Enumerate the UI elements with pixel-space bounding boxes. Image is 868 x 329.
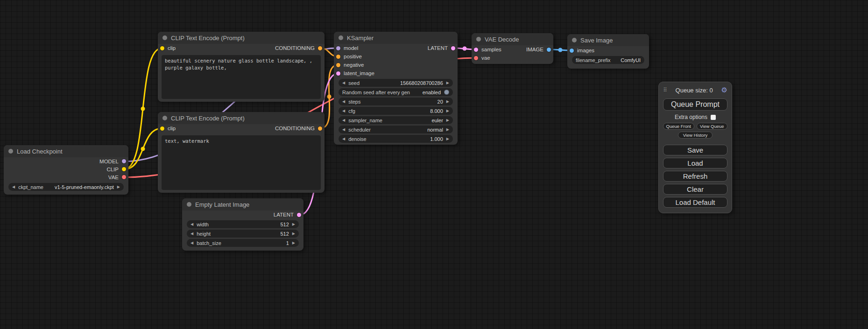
- decrement-icon[interactable]: ◀: [342, 109, 345, 113]
- collapse-dot-icon[interactable]: [572, 38, 577, 42]
- model-input-dot[interactable]: [336, 46, 340, 50]
- increment-icon[interactable]: ▶: [292, 223, 295, 226]
- widget-label: batch_size: [197, 240, 221, 246]
- widget-label: Random seed after every gen: [342, 90, 410, 95]
- clip-input-dot[interactable]: [160, 126, 164, 131]
- latent-output-dot[interactable]: [297, 213, 301, 217]
- filename-prefix-widget[interactable]: filename_prefix ComfyUI: [572, 56, 644, 64]
- decrement-icon[interactable]: ◀: [191, 241, 193, 245]
- latent-image-input-dot[interactable]: [336, 71, 340, 76]
- collapse-dot-icon[interactable]: [8, 149, 13, 154]
- queue-menu-panel: ⠿ Queue size: 0 ⚙ Queue Prompt Extra opt…: [658, 82, 732, 213]
- node-load-checkpoint[interactable]: Load Checkpoint MODEL CLIP VAE ◀ ckpt_na…: [4, 145, 128, 195]
- decrement-icon[interactable]: ◀: [342, 100, 345, 104]
- node-save-image[interactable]: Save Image images filename_prefix ComfyU…: [567, 34, 649, 69]
- empty-latent-title-bar[interactable]: Empty Latent Image: [182, 198, 303, 210]
- increment-icon[interactable]: ▶: [446, 109, 449, 113]
- node-vae-decode[interactable]: VAE Decode samples IMAGE vae: [472, 33, 553, 64]
- increment-icon[interactable]: ▶: [292, 232, 295, 236]
- extra-options-checkbox[interactable]: [711, 115, 716, 120]
- load-default-button[interactable]: Load Default: [663, 197, 727, 208]
- decrement-icon[interactable]: ◀: [191, 223, 193, 226]
- clip-output-dot[interactable]: [122, 167, 126, 171]
- node-title: CLIP Text Encode (Prompt): [171, 115, 245, 122]
- node-ksampler[interactable]: KSampler model LATENT positive negative …: [334, 32, 458, 145]
- image-output-dot[interactable]: [547, 48, 551, 52]
- increment-icon[interactable]: ▶: [446, 128, 449, 132]
- queue-prompt-button[interactable]: Queue Prompt: [663, 98, 727, 111]
- increment-icon[interactable]: ▶: [446, 119, 449, 122]
- node-graph-canvas[interactable]: Load Checkpoint MODEL CLIP VAE ◀ ckpt_na…: [0, 0, 868, 329]
- widget-value: 1: [225, 240, 289, 246]
- node-clip-text-encode-negative[interactable]: CLIP Text Encode (Prompt) clip CONDITION…: [158, 112, 325, 193]
- widget-label: steps: [348, 99, 360, 105]
- height-widget[interactable]: ◀ height 512 ▶: [187, 230, 299, 238]
- cfg-widget[interactable]: ◀ cfg 8.000 ▶: [339, 107, 453, 115]
- clip-input-dot[interactable]: [160, 46, 164, 50]
- latent-output-dot[interactable]: [451, 46, 455, 50]
- load-button[interactable]: Load: [663, 158, 727, 168]
- node-title: VAE Decode: [485, 36, 519, 43]
- node-title: Save Image: [580, 37, 613, 44]
- widget-label: height: [197, 231, 211, 237]
- view-history-button[interactable]: View History: [678, 132, 713, 139]
- widget-label: denoise: [348, 136, 367, 142]
- vae-input-dot[interactable]: [474, 56, 478, 60]
- negative-prompt-textarea[interactable]: text, watermark: [162, 135, 321, 190]
- widget-value: euler: [386, 118, 443, 123]
- queue-front-button[interactable]: Queue Front: [663, 123, 694, 130]
- conditioning-output-dot[interactable]: [318, 126, 322, 131]
- ckpt-name-widget[interactable]: ◀ ckpt_name v1-5-pruned-emaonly.ckpt ▶: [8, 183, 124, 191]
- images-input-dot[interactable]: [570, 49, 574, 53]
- clear-button[interactable]: Clear: [663, 184, 727, 195]
- conditioning-output-dot[interactable]: [318, 46, 322, 50]
- clip-positive-title-bar[interactable]: CLIP Text Encode (Prompt): [158, 32, 325, 44]
- steps-widget[interactable]: ◀ steps 20 ▶: [339, 98, 453, 105]
- increment-icon[interactable]: ▶: [292, 241, 295, 245]
- random-seed-toggle-widget[interactable]: Random seed after every gen enabled: [339, 88, 453, 96]
- increment-icon[interactable]: ▶: [446, 81, 449, 85]
- decrement-icon[interactable]: ◀: [342, 119, 345, 122]
- clip-negative-title-bar[interactable]: CLIP Text Encode (Prompt): [158, 112, 325, 124]
- input-label-positive: positive: [344, 54, 362, 59]
- vae-decode-title-bar[interactable]: VAE Decode: [472, 33, 553, 45]
- samples-input-dot[interactable]: [474, 48, 478, 52]
- model-output-dot[interactable]: [122, 159, 126, 163]
- decrement-icon[interactable]: ◀: [342, 137, 345, 141]
- load-checkpoint-title-bar[interactable]: Load Checkpoint: [4, 145, 128, 157]
- queue-size-label: Queue size: 0: [676, 87, 713, 94]
- positive-input-dot[interactable]: [336, 55, 340, 59]
- collapse-dot-icon[interactable]: [162, 116, 167, 120]
- vae-output-dot[interactable]: [122, 175, 126, 179]
- node-empty-latent-image[interactable]: Empty Latent Image LATENT ◀ width 512 ▶ …: [182, 198, 303, 251]
- width-widget[interactable]: ◀ width 512 ▶: [187, 220, 299, 228]
- decrement-icon[interactable]: ◀: [342, 128, 345, 132]
- collapse-dot-icon[interactable]: [187, 202, 191, 207]
- menu-drag-handle-icon[interactable]: ⠿: [663, 87, 667, 93]
- collapse-dot-icon[interactable]: [162, 35, 167, 40]
- node-clip-text-encode-positive[interactable]: CLIP Text Encode (Prompt) clip CONDITION…: [158, 32, 325, 102]
- increment-icon[interactable]: ▶: [446, 137, 449, 141]
- denoise-widget[interactable]: ◀ denoise 1.000 ▶: [339, 135, 453, 143]
- view-queue-button[interactable]: View Queue: [697, 123, 728, 130]
- positive-prompt-textarea[interactable]: beautiful scenery nature glass bottle la…: [162, 55, 321, 99]
- toggle-ball-icon[interactable]: [444, 90, 449, 95]
- increment-icon[interactable]: ▶: [117, 185, 120, 189]
- output-label-conditioning: CONDITIONING: [275, 45, 315, 51]
- refresh-button[interactable]: Refresh: [663, 171, 727, 182]
- increment-icon[interactable]: ▶: [446, 100, 449, 104]
- decrement-icon[interactable]: ◀: [12, 185, 15, 189]
- scheduler-widget[interactable]: ◀ scheduler normal ▶: [339, 126, 453, 133]
- sampler-name-widget[interactable]: ◀ sampler_name euler ▶: [339, 116, 453, 124]
- decrement-icon[interactable]: ◀: [342, 81, 345, 85]
- save-button[interactable]: Save: [663, 145, 727, 155]
- collapse-dot-icon[interactable]: [339, 35, 343, 40]
- save-image-title-bar[interactable]: Save Image: [567, 34, 649, 46]
- ksampler-title-bar[interactable]: KSampler: [334, 32, 458, 44]
- batch-size-widget[interactable]: ◀ batch_size 1 ▶: [187, 239, 299, 247]
- collapse-dot-icon[interactable]: [476, 37, 481, 42]
- settings-gear-icon[interactable]: ⚙: [721, 86, 727, 94]
- seed-widget[interactable]: ◀ seed 156680208700286 ▶: [339, 79, 453, 87]
- decrement-icon[interactable]: ◀: [191, 232, 193, 236]
- negative-input-dot[interactable]: [336, 63, 340, 67]
